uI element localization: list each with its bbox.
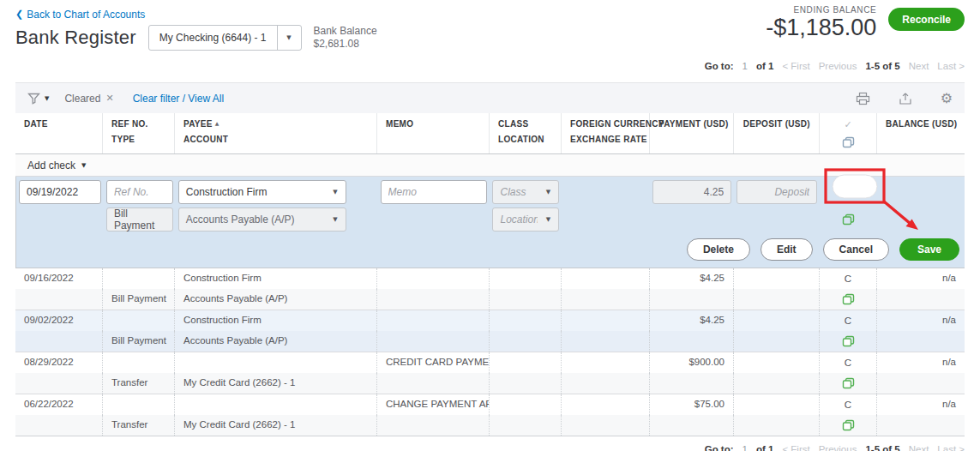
row-payee[interactable] <box>175 394 377 415</box>
print-icon[interactable] <box>856 92 870 105</box>
column-header-cleared[interactable]: ✓ <box>820 113 877 153</box>
settings-gear-icon[interactable]: ⚙ <box>941 92 953 105</box>
row-deposit[interactable] <box>734 352 820 373</box>
column-header-memo[interactable]: MEMO <box>377 113 490 153</box>
row-exchange-rate[interactable] <box>562 331 650 352</box>
row-payment[interactable]: $4.25 <box>650 310 734 331</box>
row-memo-sub[interactable] <box>377 415 490 436</box>
row-payee[interactable]: Construction Firm <box>175 310 377 331</box>
edit-button[interactable]: Edit <box>761 238 813 261</box>
copy-icon[interactable] <box>842 335 855 347</box>
row-exchange-rate[interactable] <box>562 373 650 394</box>
row-ref[interactable] <box>103 310 175 331</box>
row-class[interactable] <box>490 268 562 289</box>
column-header-deposit[interactable]: DEPOSIT (USD) <box>734 113 820 153</box>
next-page-link[interactable]: Next <box>909 61 929 71</box>
row-memo[interactable]: CHANGE PAYMENT APP ... <box>377 394 490 415</box>
row-payment-sub[interactable] <box>650 373 734 394</box>
back-to-chart-link[interactable]: ❮ Back to Chart of Accounts <box>15 9 145 21</box>
row-memo-sub[interactable] <box>377 373 490 394</box>
row-class[interactable] <box>490 394 562 415</box>
date-input[interactable] <box>19 180 101 204</box>
row-deposit[interactable] <box>734 310 820 331</box>
cleared-filter-chip[interactable]: Cleared ✕ <box>64 93 113 105</box>
previous-page-link[interactable]: Previous <box>819 61 857 71</box>
previous-page-link[interactable]: Previous <box>819 444 857 451</box>
first-page-link[interactable]: < First <box>782 61 809 71</box>
filter-menu-button[interactable]: ▼ <box>27 93 49 105</box>
register-row[interactable]: 08/29/2022 CREDIT CARD PAYMENT $900.00 C… <box>15 352 965 394</box>
row-memo[interactable]: CREDIT CARD PAYMENT <box>377 352 490 373</box>
row-account[interactable]: Accounts Payable (A/P) <box>175 331 377 352</box>
row-payment[interactable]: $900.00 <box>650 352 734 373</box>
row-date-sub[interactable] <box>15 415 103 436</box>
row-location[interactable] <box>490 415 562 436</box>
deposit-input[interactable] <box>737 180 817 204</box>
last-page-link[interactable]: Last > <box>937 444 965 451</box>
row-account[interactable]: My Credit Card (2662) - 1 <box>175 373 377 394</box>
row-type[interactable]: Bill Payment <box>103 289 175 310</box>
next-page-link[interactable]: Next <box>909 444 929 451</box>
row-deposit-sub[interactable] <box>734 373 820 394</box>
row-foreign-currency[interactable] <box>562 268 650 289</box>
row-ref[interactable] <box>103 352 175 373</box>
page-number-input[interactable]: 1 <box>743 444 748 451</box>
register-row[interactable]: 09/02/2022 Construction Firm $4.25 C n/a… <box>15 310 965 352</box>
account-select[interactable]: Accounts Payable (A/P) ▼ <box>178 207 346 232</box>
row-deposit-sub[interactable] <box>734 331 820 352</box>
row-ref[interactable] <box>103 268 175 289</box>
row-date-sub[interactable] <box>15 331 103 352</box>
row-deposit-sub[interactable] <box>734 289 820 310</box>
column-header-payment[interactable]: PAYMENT (USD) <box>650 113 734 153</box>
row-location[interactable] <box>490 289 562 310</box>
ref-no-input[interactable] <box>106 180 173 204</box>
copy-icon[interactable] <box>842 136 855 148</box>
row-memo[interactable] <box>377 268 490 289</box>
row-payee[interactable] <box>175 352 377 373</box>
row-cleared-status[interactable]: C <box>820 268 877 289</box>
row-exchange-rate[interactable] <box>562 289 650 310</box>
row-location[interactable] <box>490 373 562 394</box>
last-page-link[interactable]: Last > <box>937 61 965 71</box>
column-header-class-location[interactable]: CLASS LOCATION <box>490 113 562 153</box>
row-date[interactable]: 09/16/2022 <box>15 268 103 289</box>
row-deposit[interactable] <box>734 394 820 415</box>
row-deposit[interactable] <box>734 268 820 289</box>
row-account[interactable]: My Credit Card (2662) - 1 <box>175 415 377 436</box>
memo-input[interactable] <box>381 180 488 204</box>
row-cleared-status[interactable]: C <box>820 310 877 331</box>
row-foreign-currency[interactable] <box>562 310 650 331</box>
copy-icon[interactable] <box>842 377 855 389</box>
row-date[interactable]: 06/22/2022 <box>15 394 103 415</box>
column-header-balance[interactable]: BALANCE (USD) <box>877 113 965 153</box>
row-date-sub[interactable] <box>15 373 103 394</box>
row-cleared-status[interactable]: C <box>820 352 877 373</box>
first-page-link[interactable]: < First <box>782 444 809 451</box>
row-memo-sub[interactable] <box>377 331 490 352</box>
row-memo[interactable] <box>377 310 490 331</box>
register-row[interactable]: 06/22/2022 CHANGE PAYMENT APP ... $75.00… <box>15 394 965 436</box>
clear-filter-link[interactable]: Clear filter / View All <box>133 93 224 105</box>
column-header-foreign-currency[interactable]: FOREIGN CURRENCY EXCHANGE RATE <box>562 113 650 153</box>
remove-filter-icon[interactable]: ✕ <box>105 93 113 104</box>
column-header-payee-account[interactable]: PAYEE▲ ACCOUNT <box>175 113 377 153</box>
page-number-input[interactable]: 1 <box>743 61 748 71</box>
row-payment-sub[interactable] <box>650 289 734 310</box>
row-ref[interactable] <box>103 394 175 415</box>
row-class[interactable] <box>490 310 562 331</box>
row-type[interactable]: Bill Payment <box>103 331 175 352</box>
row-foreign-currency[interactable] <box>562 352 650 373</box>
row-location[interactable] <box>490 331 562 352</box>
row-type[interactable]: Transfer <box>103 373 175 394</box>
row-date[interactable]: 08/29/2022 <box>15 352 103 373</box>
copy-icon[interactable] <box>842 293 855 305</box>
row-payment-sub[interactable] <box>650 415 734 436</box>
row-payment[interactable]: $75.00 <box>650 394 734 415</box>
class-select[interactable]: Class ▼ <box>492 180 559 204</box>
row-payment[interactable]: $4.25 <box>650 268 734 289</box>
copy-icon[interactable] <box>842 213 855 226</box>
row-date-sub[interactable] <box>15 289 103 310</box>
row-payment-sub[interactable] <box>650 331 734 352</box>
row-payee[interactable]: Construction Firm <box>175 268 377 289</box>
register-row[interactable]: 09/16/2022 Construction Firm $4.25 C n/a… <box>15 268 965 310</box>
